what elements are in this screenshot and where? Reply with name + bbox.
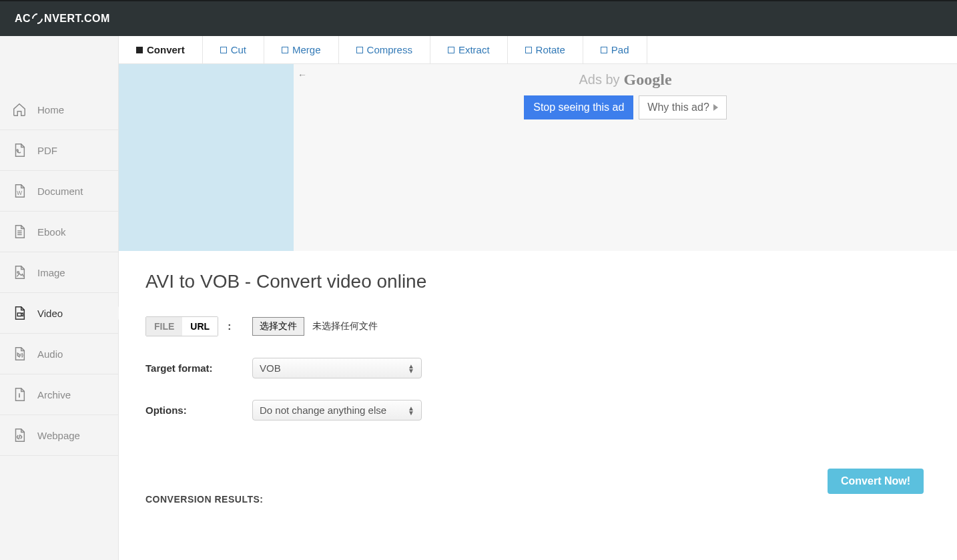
home-icon — [12, 102, 27, 117]
sidebar-item-label: Document — [37, 186, 83, 197]
svg-text:W: W — [17, 190, 22, 196]
square-icon — [136, 47, 143, 53]
sidebar: Home PDF W Document Ebook Image Video Au… — [0, 36, 119, 560]
ads-by-label: Ads by Google — [579, 71, 671, 89]
document-icon: W — [12, 184, 27, 198]
colon: : — [228, 320, 231, 332]
sidebar-item-document[interactable]: W Document — [0, 171, 118, 212]
ebook-icon — [12, 224, 27, 239]
ad-region: ← Ads by Google Stop seeing this ad Why … — [119, 64, 957, 251]
target-format-select[interactable]: VOB ▲▼ — [252, 358, 422, 378]
choose-file-button[interactable]: 选择文件 — [252, 317, 304, 336]
sidebar-item-label: Webpage — [37, 430, 80, 441]
select-arrows-icon: ▲▼ — [408, 406, 414, 415]
options-value: Do not change anything else — [260, 404, 386, 416]
arrow-left-icon: ← — [298, 69, 307, 80]
square-icon — [356, 47, 363, 53]
site-logo[interactable]: AC NVERT.COM — [15, 13, 110, 25]
topbar: AC NVERT.COM — [0, 0, 957, 36]
tab-label: Compress — [367, 44, 412, 55]
tab-cut[interactable]: Cut — [203, 36, 264, 63]
sidebar-item-label: Ebook — [37, 226, 66, 238]
archive-icon — [12, 387, 27, 402]
tab-label: Extract — [458, 44, 490, 55]
why-ad-label: Why this ad? — [647, 101, 709, 113]
tab-label: Merge — [292, 44, 321, 55]
sidebar-item-ebook[interactable]: Ebook — [0, 212, 118, 252]
convert-now-button[interactable]: Convert Now! — [828, 469, 924, 494]
sidebar-item-pdf[interactable]: PDF — [0, 130, 118, 171]
options-select[interactable]: Do not change anything else ▲▼ — [252, 400, 422, 421]
svg-point-1 — [17, 272, 19, 274]
ad-placeholder-left — [119, 64, 294, 251]
sidebar-item-webpage[interactable]: Webpage — [0, 415, 118, 456]
target-row: Target format: VOB ▲▼ — [145, 358, 930, 378]
tab-convert[interactable]: Convert — [119, 36, 203, 63]
refresh-icon — [32, 13, 43, 24]
no-file-label: 未选择任何文件 — [312, 320, 378, 331]
ads-by-text: Ads by — [579, 72, 619, 87]
why-ad-button[interactable]: Why this ad? — [639, 95, 726, 119]
square-icon — [282, 47, 288, 53]
google-brand: Google — [624, 71, 672, 89]
square-icon — [525, 47, 532, 53]
stop-ad-button[interactable]: Stop seeing this ad — [524, 95, 633, 119]
sidebar-item-label: Image — [37, 267, 65, 278]
page-title: AVI to VOB - Convert video online — [145, 271, 930, 292]
svg-rect-2 — [17, 313, 21, 316]
square-icon — [220, 47, 227, 53]
square-icon — [448, 47, 454, 53]
tab-rotate[interactable]: Rotate — [508, 36, 583, 63]
sidebar-item-archive[interactable]: Archive — [0, 374, 118, 415]
square-icon — [601, 47, 607, 53]
sidebar-item-label: PDF — [37, 145, 57, 156]
select-arrows-icon: ▲▼ — [408, 364, 414, 373]
source-toggle: FILE URL — [145, 316, 218, 336]
sidebar-item-label: Video — [37, 308, 63, 319]
file-tab-button[interactable]: FILE — [146, 317, 182, 336]
tab-label: Cut — [231, 44, 246, 55]
sidebar-item-audio[interactable]: Audio — [0, 334, 118, 374]
tabs: Convert Cut Merge Compress Extract Rotat… — [119, 36, 957, 64]
pdf-icon — [12, 143, 27, 158]
tab-compress[interactable]: Compress — [339, 36, 430, 63]
sidebar-item-label: Home — [37, 104, 64, 115]
image-icon — [12, 265, 27, 280]
target-label: Target format: — [145, 362, 252, 374]
tab-label: Pad — [611, 44, 629, 55]
sidebar-item-label: Archive — [37, 389, 71, 400]
logo-prefix: AC — [15, 13, 31, 25]
results-heading: CONVERSION RESULTS: — [145, 494, 930, 505]
tab-merge[interactable]: Merge — [264, 36, 339, 63]
target-value: VOB — [260, 362, 281, 374]
logo-suffix: NVERT.COM — [44, 13, 110, 25]
main-area: Convert Cut Merge Compress Extract Rotat… — [119, 36, 957, 560]
tab-label: Convert — [147, 44, 185, 55]
audio-icon — [12, 346, 27, 361]
tab-pad[interactable]: Pad — [583, 36, 647, 63]
source-toggle-area: FILE URL : — [145, 316, 252, 336]
tab-label: Rotate — [536, 44, 565, 55]
source-row: FILE URL : 选择文件 未选择任何文件 — [145, 316, 930, 336]
sidebar-item-video[interactable]: Video — [0, 293, 118, 334]
url-tab-button[interactable]: URL — [182, 317, 218, 336]
triangle-right-icon — [713, 104, 718, 111]
sidebar-item-label: Audio — [37, 348, 63, 360]
sidebar-item-image[interactable]: Image — [0, 252, 118, 293]
tab-extract[interactable]: Extract — [430, 36, 508, 63]
video-icon — [12, 306, 27, 320]
webpage-icon — [12, 428, 27, 443]
options-label: Options: — [145, 404, 252, 416]
sidebar-item-home[interactable]: Home — [0, 89, 118, 130]
options-row: Options: Do not change anything else ▲▼ — [145, 400, 930, 421]
